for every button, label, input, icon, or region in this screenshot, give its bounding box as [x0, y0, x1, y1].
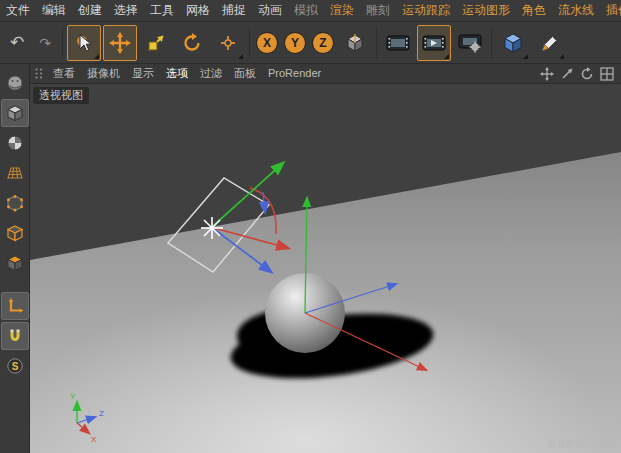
vp-menu-filter[interactable]: 过滤 — [194, 64, 228, 83]
camera-target-distance: 目标距离:1404.56 — [548, 438, 619, 451]
vp-menu-options[interactable]: 选项 — [160, 64, 194, 83]
coord-cube-icon — [344, 32, 366, 54]
menu-mograph[interactable]: 运动图形 — [456, 0, 516, 21]
render-view-button[interactable] — [381, 25, 415, 61]
toolbar-separator — [62, 28, 63, 58]
menu-mesh[interactable]: 网格 — [180, 0, 216, 21]
texture-mode-icon — [6, 134, 24, 152]
menu-select[interactable]: 选择 — [108, 0, 144, 21]
y-axis-icon: Y — [284, 32, 306, 54]
scale-icon — [145, 32, 167, 54]
undo-icon: ↶ — [10, 32, 24, 53]
viewport-nav-icons — [537, 66, 617, 82]
toggle-layout-icon[interactable] — [599, 66, 615, 82]
make-editable-icon — [6, 74, 24, 92]
viewport-menubar: 查看 摄像机 显示 选项 过滤 面板 ProRender — [30, 64, 621, 84]
workplane-mode-button[interactable] — [1, 159, 29, 187]
light-object[interactable] — [201, 217, 223, 239]
menu-tools[interactable]: 工具 — [144, 0, 180, 21]
axis-label-y: Y — [70, 392, 76, 401]
dropdown-corner-icon — [523, 54, 528, 59]
menu-pipeline[interactable]: 流水线 — [552, 0, 600, 21]
menu-create[interactable]: 创建 — [72, 0, 108, 21]
render-picture-viewer-icon — [421, 32, 447, 54]
dropdown-corner-icon — [238, 54, 243, 59]
enable-snap-button[interactable] — [1, 322, 29, 350]
scene-canvas[interactable]: Y X Z — [30, 84, 621, 453]
svg-text:S: S — [11, 361, 18, 372]
viewport-panel: 查看 摄像机 显示 选项 过滤 面板 ProRender — [30, 64, 621, 453]
render-to-picture-viewer-button[interactable] — [417, 25, 451, 61]
edit-render-settings-button[interactable] — [453, 25, 487, 61]
vp-menu-cameras[interactable]: 摄像机 — [81, 64, 126, 83]
redo-button[interactable]: ↷ — [32, 25, 58, 61]
menu-file[interactable]: 文件 — [0, 0, 36, 21]
undo-button[interactable]: ↶ — [4, 25, 30, 61]
left-tool-palette: S — [0, 64, 30, 453]
lower-region: S 查看 摄像机 显示 选项 过滤 面板 ProRender — [0, 64, 621, 453]
menu-snap[interactable]: 捕捉 — [216, 0, 252, 21]
pan-view-icon[interactable] — [539, 66, 555, 82]
spline-pen-button[interactable] — [532, 25, 566, 61]
panel-grip-icon[interactable] — [34, 67, 44, 80]
move-tool-button[interactable] — [103, 25, 137, 61]
axis-icon — [6, 297, 24, 315]
x-axis-icon: X — [256, 32, 278, 54]
snap-settings-button[interactable]: S — [1, 352, 29, 380]
cursor-icon — [73, 32, 95, 54]
zoom-view-icon[interactable] — [559, 66, 575, 82]
polygons-mode-icon — [6, 254, 24, 272]
polygons-mode-button[interactable] — [1, 249, 29, 277]
texture-mode-button[interactable] — [1, 129, 29, 157]
menu-character[interactable]: 角色 — [516, 0, 552, 21]
pen-icon — [538, 32, 560, 54]
edges-mode-icon — [6, 224, 24, 242]
coordinate-system-button[interactable] — [338, 25, 372, 61]
toolbar-separator — [249, 28, 250, 58]
toolbar-separator — [376, 28, 377, 58]
vp-menu-prorender[interactable]: ProRender — [262, 64, 327, 83]
perspective-viewport[interactable]: Y X Z 透视视图 目标距离:1404.56 — [30, 84, 621, 453]
axis-label-z: Z — [99, 409, 104, 418]
cube-primitive-icon — [502, 32, 524, 54]
menu-edit[interactable]: 编辑 — [36, 0, 72, 21]
rotate-tool-button[interactable] — [175, 25, 209, 61]
redo-icon: ↷ — [39, 35, 51, 51]
render-settings-icon — [457, 32, 483, 54]
z-axis-icon: Z — [312, 32, 334, 54]
lock-z-axis-button[interactable]: Z — [310, 25, 336, 61]
rotate-view-icon[interactable] — [579, 66, 595, 82]
dropdown-corner-icon — [559, 54, 564, 59]
add-cube-primitive-button[interactable] — [496, 25, 530, 61]
last-used-tool-button[interactable] — [211, 25, 245, 61]
vp-menu-display[interactable]: 显示 — [126, 64, 160, 83]
menu-sculpt[interactable]: 雕刻 — [360, 0, 396, 21]
workplane-icon — [6, 164, 24, 182]
lock-y-axis-button[interactable]: Y — [282, 25, 308, 61]
enable-axis-button[interactable] — [1, 292, 29, 320]
menu-animate[interactable]: 动画 — [252, 0, 288, 21]
lock-x-axis-button[interactable]: X — [254, 25, 280, 61]
points-mode-icon — [6, 194, 24, 212]
live-selection-button[interactable] — [67, 25, 101, 61]
snap-settings-icon: S — [6, 357, 24, 375]
vp-menu-panel[interactable]: 面板 — [228, 64, 262, 83]
points-mode-button[interactable] — [1, 189, 29, 217]
dropdown-corner-icon — [94, 54, 99, 59]
model-mode-button[interactable] — [1, 99, 29, 127]
render-view-icon — [385, 32, 411, 54]
menu-simulate[interactable]: 模拟 — [288, 0, 324, 21]
menu-render[interactable]: 渲染 — [324, 0, 360, 21]
menu-motion-tracker[interactable]: 运动跟踪 — [396, 0, 456, 21]
vp-menu-view[interactable]: 查看 — [47, 64, 81, 83]
toolbar-separator — [491, 28, 492, 58]
make-editable-button[interactable] — [1, 69, 29, 97]
viewport-title[interactable]: 透视视图 — [33, 87, 89, 104]
last-tool-icon — [217, 32, 239, 54]
move-icon — [109, 32, 131, 54]
scale-tool-button[interactable] — [139, 25, 173, 61]
magnet-icon — [6, 327, 24, 345]
menu-plugins[interactable]: 插件 — [600, 0, 621, 21]
edges-mode-button[interactable] — [1, 219, 29, 247]
main-toolbar: ↶ ↷ — [0, 22, 621, 64]
